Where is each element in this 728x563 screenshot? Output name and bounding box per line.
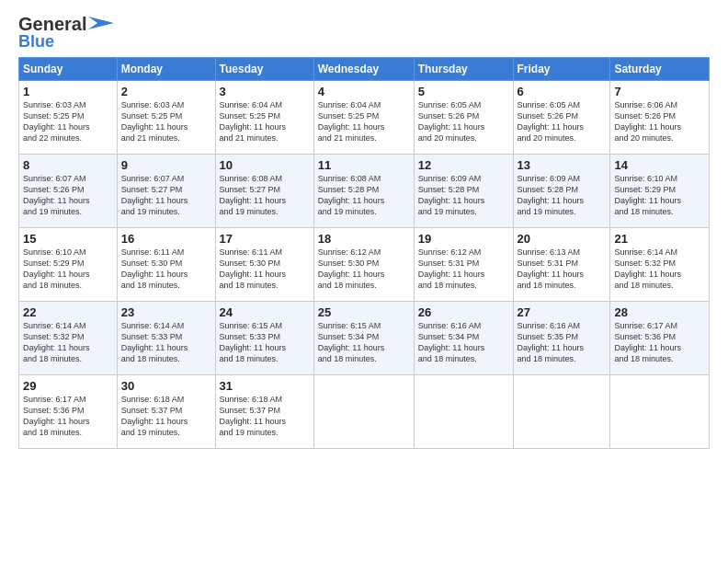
calendar-day-cell: 2Sunrise: 6:03 AMSunset: 5:25 PMDaylight…	[117, 81, 215, 155]
day-info: Sunrise: 6:15 AMSunset: 5:33 PMDaylight:…	[220, 320, 310, 365]
calendar-day-cell: 23Sunrise: 6:14 AMSunset: 5:33 PMDayligh…	[117, 302, 215, 375]
calendar-day-cell: 6Sunrise: 6:05 AMSunset: 5:26 PMDaylight…	[513, 81, 610, 155]
day-info: Sunrise: 6:16 AMSunset: 5:34 PMDaylight:…	[418, 320, 509, 365]
day-info: Sunrise: 6:16 AMSunset: 5:35 PMDaylight:…	[518, 320, 607, 365]
weekday-header: Saturday	[610, 58, 710, 81]
calendar-day-cell: 29Sunrise: 6:17 AMSunset: 5:36 PMDayligh…	[19, 375, 118, 449]
day-info: Sunrise: 6:14 AMSunset: 5:32 PMDaylight:…	[614, 247, 705, 292]
day-info: Sunrise: 6:11 AMSunset: 5:30 PMDaylight:…	[121, 247, 211, 292]
calendar-day-cell: 20Sunrise: 6:13 AMSunset: 5:31 PMDayligh…	[513, 228, 610, 302]
day-number: 23	[121, 305, 211, 319]
day-number: 28	[614, 305, 705, 319]
day-number: 25	[318, 305, 410, 319]
calendar-day-cell: 31Sunrise: 6:18 AMSunset: 5:37 PMDayligh…	[215, 375, 313, 449]
day-number: 13	[518, 158, 607, 172]
day-number: 30	[121, 379, 211, 393]
day-info: Sunrise: 6:15 AMSunset: 5:34 PMDaylight:…	[318, 320, 410, 365]
day-info: Sunrise: 6:03 AMSunset: 5:25 PMDaylight:…	[121, 99, 211, 144]
calendar-day-cell: 27Sunrise: 6:16 AMSunset: 5:35 PMDayligh…	[513, 302, 610, 375]
calendar-day-cell: 25Sunrise: 6:15 AMSunset: 5:34 PMDayligh…	[313, 302, 414, 375]
day-info: Sunrise: 6:18 AMSunset: 5:37 PMDaylight:…	[220, 394, 310, 439]
day-info: Sunrise: 6:08 AMSunset: 5:28 PMDaylight:…	[318, 173, 410, 218]
day-info: Sunrise: 6:13 AMSunset: 5:31 PMDaylight:…	[518, 247, 607, 292]
day-number: 7	[614, 85, 705, 98]
logo-icon	[88, 17, 114, 29]
calendar-day-cell: 16Sunrise: 6:11 AMSunset: 5:30 PMDayligh…	[117, 228, 215, 302]
day-info: Sunrise: 6:03 AMSunset: 5:25 PMDaylight:…	[23, 99, 113, 144]
calendar-day-cell: 10Sunrise: 6:08 AMSunset: 5:27 PMDayligh…	[215, 155, 313, 228]
day-number: 20	[518, 232, 607, 246]
day-number: 17	[220, 232, 310, 246]
day-number: 18	[318, 232, 410, 246]
day-info: Sunrise: 6:14 AMSunset: 5:32 PMDaylight:…	[23, 320, 113, 365]
calendar-week-row: 15Sunrise: 6:10 AMSunset: 5:29 PMDayligh…	[19, 228, 710, 302]
day-number: 24	[220, 305, 310, 319]
calendar-week-row: 1Sunrise: 6:03 AMSunset: 5:25 PMDaylight…	[19, 81, 710, 155]
calendar-day-cell: 14Sunrise: 6:10 AMSunset: 5:29 PMDayligh…	[610, 155, 710, 228]
calendar-week-row: 8Sunrise: 6:07 AMSunset: 5:26 PMDaylight…	[19, 155, 710, 228]
day-info: Sunrise: 6:07 AMSunset: 5:27 PMDaylight:…	[121, 173, 211, 218]
calendar-day-cell: 30Sunrise: 6:18 AMSunset: 5:37 PMDayligh…	[117, 375, 215, 449]
day-number: 21	[614, 232, 705, 246]
weekday-header: Wednesday	[313, 58, 414, 81]
calendar-day-cell: 4Sunrise: 6:04 AMSunset: 5:25 PMDaylight…	[313, 81, 414, 155]
weekday-header: Friday	[513, 58, 610, 81]
empty-cell	[414, 375, 513, 449]
calendar-day-cell: 24Sunrise: 6:15 AMSunset: 5:33 PMDayligh…	[215, 302, 313, 375]
day-info: Sunrise: 6:17 AMSunset: 5:36 PMDaylight:…	[23, 394, 113, 439]
day-info: Sunrise: 6:10 AMSunset: 5:29 PMDaylight:…	[614, 173, 705, 218]
weekday-header: Tuesday	[215, 58, 313, 81]
day-number: 4	[318, 85, 410, 98]
logo-general: General	[18, 15, 86, 33]
day-number: 19	[418, 232, 509, 246]
day-number: 5	[418, 85, 509, 98]
day-number: 11	[318, 158, 410, 172]
day-number: 26	[418, 305, 509, 319]
svg-marker-0	[88, 17, 114, 29]
day-info: Sunrise: 6:06 AMSunset: 5:26 PMDaylight:…	[614, 99, 705, 144]
calendar-week-row: 29Sunrise: 6:17 AMSunset: 5:36 PMDayligh…	[19, 375, 710, 449]
day-number: 31	[220, 379, 310, 393]
page: General Blue SundayMondayTuesdayWednesda…	[0, 0, 728, 563]
day-number: 27	[518, 305, 607, 319]
empty-cell	[513, 375, 610, 449]
day-info: Sunrise: 6:04 AMSunset: 5:25 PMDaylight:…	[318, 99, 410, 144]
day-info: Sunrise: 6:12 AMSunset: 5:30 PMDaylight:…	[318, 247, 410, 292]
day-number: 6	[518, 85, 607, 98]
day-info: Sunrise: 6:04 AMSunset: 5:25 PMDaylight:…	[220, 99, 310, 144]
calendar: SundayMondayTuesdayWednesdayThursdayFrid…	[18, 57, 710, 449]
day-number: 2	[121, 85, 211, 98]
header: General Blue	[18, 15, 710, 50]
day-info: Sunrise: 6:09 AMSunset: 5:28 PMDaylight:…	[518, 173, 607, 218]
day-number: 14	[614, 158, 705, 172]
day-number: 16	[121, 232, 211, 246]
day-info: Sunrise: 6:10 AMSunset: 5:29 PMDaylight:…	[23, 247, 113, 292]
day-number: 8	[23, 158, 113, 172]
day-number: 29	[23, 379, 113, 393]
calendar-day-cell: 28Sunrise: 6:17 AMSunset: 5:36 PMDayligh…	[610, 302, 710, 375]
calendar-day-cell: 7Sunrise: 6:06 AMSunset: 5:26 PMDaylight…	[610, 81, 710, 155]
weekday-header: Monday	[117, 58, 215, 81]
day-info: Sunrise: 6:07 AMSunset: 5:26 PMDaylight:…	[23, 173, 113, 218]
empty-cell	[610, 375, 710, 449]
day-number: 22	[23, 305, 113, 319]
day-info: Sunrise: 6:05 AMSunset: 5:26 PMDaylight:…	[518, 99, 607, 144]
calendar-day-cell: 13Sunrise: 6:09 AMSunset: 5:28 PMDayligh…	[513, 155, 610, 228]
calendar-day-cell: 18Sunrise: 6:12 AMSunset: 5:30 PMDayligh…	[313, 228, 414, 302]
calendar-day-cell: 5Sunrise: 6:05 AMSunset: 5:26 PMDaylight…	[414, 81, 513, 155]
day-info: Sunrise: 6:11 AMSunset: 5:30 PMDaylight:…	[220, 247, 310, 292]
calendar-day-cell: 22Sunrise: 6:14 AMSunset: 5:32 PMDayligh…	[19, 302, 118, 375]
calendar-day-cell: 1Sunrise: 6:03 AMSunset: 5:25 PMDaylight…	[19, 81, 118, 155]
day-number: 10	[220, 158, 310, 172]
day-info: Sunrise: 6:18 AMSunset: 5:37 PMDaylight:…	[121, 394, 211, 439]
calendar-day-cell: 8Sunrise: 6:07 AMSunset: 5:26 PMDaylight…	[19, 155, 118, 228]
calendar-header-row: SundayMondayTuesdayWednesdayThursdayFrid…	[19, 58, 710, 81]
logo-blue: Blue	[18, 33, 54, 50]
day-info: Sunrise: 6:05 AMSunset: 5:26 PMDaylight:…	[418, 99, 509, 144]
calendar-day-cell: 21Sunrise: 6:14 AMSunset: 5:32 PMDayligh…	[610, 228, 710, 302]
calendar-day-cell: 26Sunrise: 6:16 AMSunset: 5:34 PMDayligh…	[414, 302, 513, 375]
day-info: Sunrise: 6:14 AMSunset: 5:33 PMDaylight:…	[121, 320, 211, 365]
day-info: Sunrise: 6:12 AMSunset: 5:31 PMDaylight:…	[418, 247, 509, 292]
day-info: Sunrise: 6:17 AMSunset: 5:36 PMDaylight:…	[614, 320, 705, 365]
day-number: 1	[23, 85, 113, 98]
